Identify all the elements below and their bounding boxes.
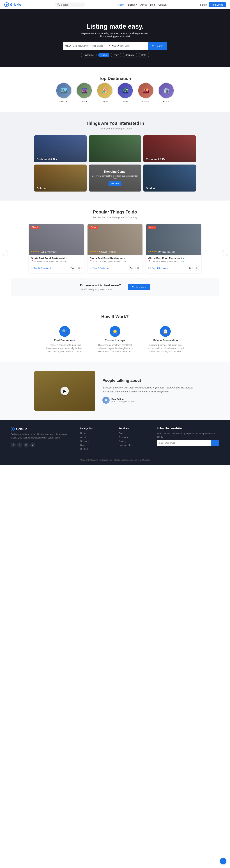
author-avatar: D	[103, 397, 110, 404]
hero-search-button[interactable]: 🔍 Search	[148, 42, 167, 50]
destination-thailand-img: 🏖️	[97, 83, 112, 98]
explore-more-title: Do you want to find more?	[80, 283, 121, 287]
destination-thailand[interactable]: 🏖️ Thailand	[97, 83, 113, 103]
footer-link-blog[interactable]: Blog	[80, 444, 111, 446]
footer-service-treatment[interactable]: Treatment	[119, 436, 150, 438]
nav-link-about[interactable]: About	[141, 3, 147, 6]
footer-link-home[interactable]: Home	[80, 432, 111, 435]
destination-toronto[interactable]: 🌆 Toronto	[76, 83, 92, 103]
how-step-review-desc: Discover & connect with great local busi…	[95, 343, 135, 353]
testimonial-inner: ▶ People talking about "Discover & conne…	[34, 371, 196, 411]
category-icon-1: 🍽️	[31, 267, 33, 269]
explore-more-button[interactable]: Explore More	[128, 284, 150, 290]
destination-newyork-img: 🏙️	[56, 83, 71, 98]
tag-restaurant[interactable]: Restaurant	[81, 53, 97, 57]
navbar-search-box[interactable]: 🔍	[55, 2, 85, 7]
tag-shopping[interactable]: Shopping	[123, 53, 137, 57]
phone-button-1[interactable]: 📞	[70, 266, 75, 271]
interest-card-outdoor-1[interactable]	[89, 135, 141, 162]
interest-card-outdoor-2[interactable]: Outdoor	[34, 164, 87, 191]
mail-button-2[interactable]: ✉	[135, 266, 140, 271]
play-button[interactable]: ▶	[60, 386, 69, 396]
social-youtube[interactable]: ▶	[30, 442, 35, 447]
footer-service-training[interactable]: Training	[119, 440, 150, 442]
listing-badge-2: Closed	[89, 226, 98, 228]
destination-toronto-label: Toronto	[80, 100, 88, 103]
destination-thailand-label: Thailand	[100, 100, 109, 103]
brand-logo[interactable]: Gricklo	[4, 2, 21, 7]
destination-rome[interactable]: 🏛️ Rome	[158, 83, 174, 103]
interests-subtitle: Things you are looking for today	[11, 127, 219, 130]
brand-name: Gricklo	[10, 3, 21, 7]
social-facebook[interactable]: f	[11, 442, 16, 447]
how-title: How It Work?	[11, 314, 219, 319]
destination-newyork[interactable]: 🏙️ New York	[56, 83, 72, 103]
popular-next-button[interactable]: ›	[222, 250, 228, 256]
mail-button-3[interactable]: ✉	[194, 266, 199, 271]
footer-navigation-links: Home About Services Blog Contact	[80, 432, 111, 451]
hero-what-group: What?	[63, 44, 106, 47]
footer-service-hygiene[interactable]: Hygiene: Close	[119, 444, 150, 446]
how-step-find-desc: Discover & connect with great local busi…	[45, 343, 84, 353]
phone-button-2[interactable]: 📞	[129, 266, 134, 271]
tag-hotel[interactable]: Hotel	[139, 53, 149, 57]
mail-button-1[interactable]: ✉	[77, 266, 82, 271]
how-steps-grid: 🔍 Find Businesses Discover & connect wit…	[11, 326, 219, 353]
listing-footer-1: 🍽️ Food & Restaurant 📞 ✉	[31, 264, 82, 271]
add-listing-button[interactable]: Add Listing	[209, 2, 226, 7]
shopping-center-title: Shopping Center	[104, 170, 127, 173]
where-input[interactable]	[120, 44, 145, 47]
footer-link-contact[interactable]: Contact	[80, 448, 111, 451]
popular-subtitle: Popular Exclusive Listings In Our Direct…	[11, 216, 219, 219]
listing-actions-1: 📞 ✉	[70, 266, 82, 271]
footer-newsletter: Subscribe our newsletter to get updates …	[157, 432, 219, 446]
interest-card-restaurant-bar-2[interactable]: Restaurant & Bar	[143, 135, 196, 162]
navbar: Gricklo 🔍 Home Listing ▾ About Blog Cont…	[0, 0, 230, 9]
nav-link-listing[interactable]: Listing ▾	[128, 3, 137, 6]
footer-newsletter-col: Subscribe newsletter Subscribe our newsl…	[157, 427, 219, 451]
popular-prev-button[interactable]: ‹	[2, 250, 8, 256]
newsletter-submit-button[interactable]: →	[211, 440, 219, 446]
tag-home[interactable]: Home	[98, 53, 109, 57]
listing-body-2: Gloria Fast Food Restaurant ✔ 📍 75 Princ…	[87, 255, 143, 273]
social-twitter[interactable]: t	[17, 442, 22, 447]
tag-party[interactable]: Party	[111, 53, 121, 57]
what-input[interactable]	[73, 44, 103, 47]
destination-paris[interactable]: 🌃 Paris	[117, 83, 133, 103]
nav-link-blog[interactable]: Blog	[150, 3, 155, 6]
destinations-grid: 🏙️ New York 🌆 Toronto 🏖️ Thailand 🌃 Pari…	[11, 83, 219, 103]
interests-grid: Restaurant & Bar Restaurant & Bar Outdoo…	[34, 135, 196, 191]
interest-card-restaurant-bar-1[interactable]: Restaurant & Bar	[34, 135, 87, 162]
listing-bg-3	[146, 224, 201, 255]
footer-link-about[interactable]: About	[80, 436, 111, 438]
destination-dhaka-img: 🌇	[138, 83, 153, 98]
footer-navigation-title: Navigation	[80, 427, 111, 430]
listing-category-1: 🍽️ Food & Restaurant	[31, 267, 51, 269]
interest-card-outdoor-3[interactable]: Outdoor	[143, 164, 196, 191]
hero-tags: Restaurant Home Party Shopping Hotel	[81, 53, 149, 57]
reservation-icon: 📋	[160, 326, 171, 337]
verified-icon-1: ✔	[66, 257, 67, 259]
listing-bg-2	[87, 224, 143, 255]
phone-button-3[interactable]: 📞	[188, 266, 193, 271]
footer-service-care[interactable]: Care	[119, 432, 150, 435]
interest-card-shopping-center[interactable]: Shopping Center Discover & connect two-t…	[89, 164, 141, 191]
social-linkedin[interactable]: in	[24, 442, 29, 447]
star-count-2: 4.81 (250 Reviews)	[99, 251, 116, 253]
listing-category-3: 🍽️ Food & Restaurant	[148, 267, 168, 269]
footer-link-services[interactable]: Services	[80, 440, 111, 442]
navbar-search-input[interactable]	[61, 3, 83, 6]
nav-link-home[interactable]: Home	[118, 3, 125, 6]
interest-card-label-outdoor-1	[89, 159, 94, 162]
destination-dhaka[interactable]: 🌇 Dhaka	[138, 83, 154, 103]
hero-title: Listing made easy.	[86, 23, 144, 30]
newsletter-email-input[interactable]	[157, 440, 211, 446]
shopping-center-explore-btn[interactable]: Explore	[109, 181, 122, 186]
footer: Gricklo Sedo eiusmod tempor Inc didunt u…	[0, 420, 230, 465]
explore-more-text: Do you want to find more? 10,563 listing…	[80, 283, 121, 291]
hero-search-bar: What? 📍 Where? 🔍 Search	[63, 42, 167, 50]
nav-link-contact[interactable]: Contact	[158, 3, 166, 6]
listing-title-3: Gloria Fast Food Restaurant ✔	[148, 257, 199, 260]
location-pin-icon: 📍	[108, 45, 111, 47]
signin-button[interactable]: Sign In	[200, 3, 207, 6]
